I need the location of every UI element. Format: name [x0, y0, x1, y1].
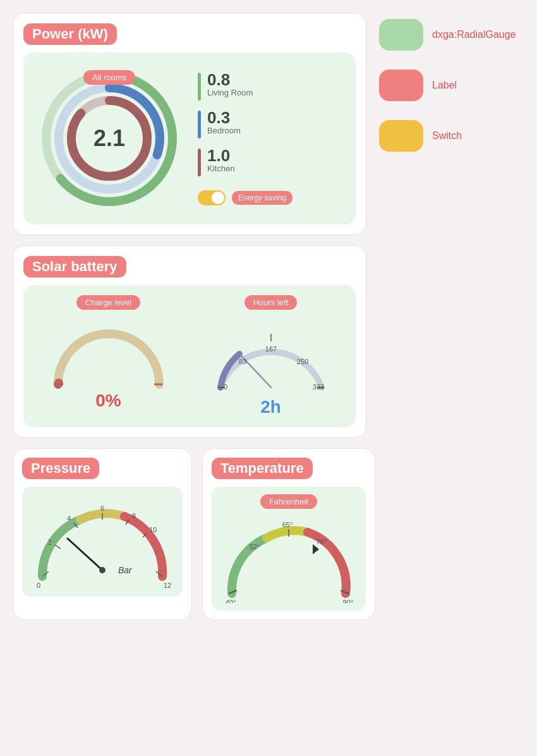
- svg-text:78°: 78°: [317, 538, 327, 546]
- legend-label-text: Label: [432, 80, 457, 91]
- hours-label: Hours left: [244, 295, 298, 310]
- charge-section: Charge level 0%: [33, 295, 183, 417]
- svg-text:52°: 52°: [250, 543, 260, 551]
- pressure-card: Pressure: [13, 448, 192, 620]
- legend-bedroom: 0.3 Bedroom: [198, 109, 293, 138]
- left-column: Power (kW) All rooms: [13, 13, 366, 620]
- kitchen-value: 1.0: [207, 147, 234, 164]
- power-legend: 0.8 Living Room 0.3 Bedroom: [198, 71, 293, 205]
- svg-text:83: 83: [238, 358, 246, 365]
- svg-text:8: 8: [132, 512, 136, 520]
- legend-living-room: 0.8 Living Room: [198, 71, 293, 101]
- all-rooms-label: All rooms: [83, 70, 135, 85]
- hours-gauge-svg: 167 83 250 0 333: [208, 315, 334, 397]
- pressure-gauge-svg: 0 2 4 6 8 10 12 Bar: [30, 494, 175, 589]
- svg-text:65°: 65°: [282, 521, 293, 528]
- svg-text:167: 167: [265, 345, 276, 353]
- pressure-title: Pressure: [22, 458, 99, 479]
- solar-inner: Charge level 0% Hours left: [23, 285, 356, 427]
- toggle-knob: [212, 192, 224, 204]
- svg-line-18: [55, 545, 61, 549]
- power-inner: All rooms 2.1 0.8 Living Room: [23, 52, 356, 224]
- power-title: Power (kW): [23, 23, 117, 45]
- bottom-row: Pressure: [13, 448, 366, 620]
- svg-text:2: 2: [48, 539, 52, 546]
- svg-text:Bar: Bar: [118, 565, 133, 575]
- power-gauge: All rooms 2.1: [33, 63, 185, 214]
- svg-text:250: 250: [296, 358, 308, 365]
- legend-bar-green: [198, 73, 201, 101]
- legend-kitchen: 1.0 Kitchen: [198, 147, 293, 176]
- svg-text:6: 6: [100, 504, 104, 512]
- svg-text:4: 4: [67, 515, 71, 522]
- temperature-card: Temperature Fahrenheit 40° 52: [202, 448, 375, 620]
- solar-card: Solar battery Charge level 0: [13, 245, 366, 438]
- living-room-label: Living Room: [207, 88, 253, 97]
- pressure-inner: 0 2 4 6 8 10 12 Bar: [22, 487, 183, 597]
- swatch-pink: [379, 70, 423, 101]
- svg-text:40°: 40°: [226, 599, 236, 603]
- legend-radial-gauge-label: dxga:RadialGauge: [432, 29, 516, 40]
- svg-point-32: [99, 567, 106, 573]
- energy-saving-label: Energy saving: [232, 191, 293, 205]
- svg-marker-40: [313, 544, 319, 554]
- svg-text:12: 12: [164, 582, 171, 589]
- living-room-value: 0.8: [207, 71, 253, 88]
- legend-label-item: Label: [379, 70, 524, 101]
- temperature-gauge-svg: 40° 52° 65° 78° 90°: [219, 511, 358, 603]
- charge-value: 0%: [95, 391, 121, 411]
- hours-value: 2h: [260, 397, 281, 417]
- svg-line-31: [68, 539, 102, 570]
- power-card: Power (kW) All rooms: [13, 13, 366, 235]
- bedroom-label: Bedroom: [207, 126, 241, 135]
- hours-section: Hours left 167 83 250 0: [196, 295, 346, 417]
- power-center-value: 2.1: [94, 125, 125, 152]
- charge-label: Charge level: [76, 295, 140, 310]
- legend-switch-item: Switch: [379, 120, 524, 152]
- right-legend: dxga:RadialGauge Label Switch: [379, 13, 524, 620]
- fahrenheit-label: Fahrenheit: [260, 494, 317, 509]
- energy-saving-row: Energy saving: [198, 190, 293, 205]
- kitchen-label: Kitchen: [207, 164, 234, 173]
- charge-gauge-svg: [45, 315, 172, 391]
- svg-text:10: 10: [149, 526, 157, 533]
- solar-title: Solar battery: [23, 256, 126, 277]
- temperature-title: Temperature: [212, 458, 313, 479]
- legend-bar-brown: [198, 149, 201, 176]
- bedroom-value: 0.3: [207, 109, 241, 126]
- legend-bar-blue: [198, 111, 201, 138]
- swatch-green: [379, 19, 423, 51]
- energy-saving-toggle[interactable]: [198, 190, 226, 205]
- svg-text:0: 0: [37, 582, 40, 589]
- temperature-inner: Fahrenheit 40° 52° 65° 7: [212, 487, 366, 611]
- legend-switch-label: Switch: [432, 130, 462, 142]
- legend-radial-gauge: dxga:RadialGauge: [379, 19, 524, 51]
- main-layout: Power (kW) All rooms: [0, 0, 537, 633]
- svg-text:90°: 90°: [343, 599, 354, 603]
- swatch-yellow: [379, 120, 423, 152]
